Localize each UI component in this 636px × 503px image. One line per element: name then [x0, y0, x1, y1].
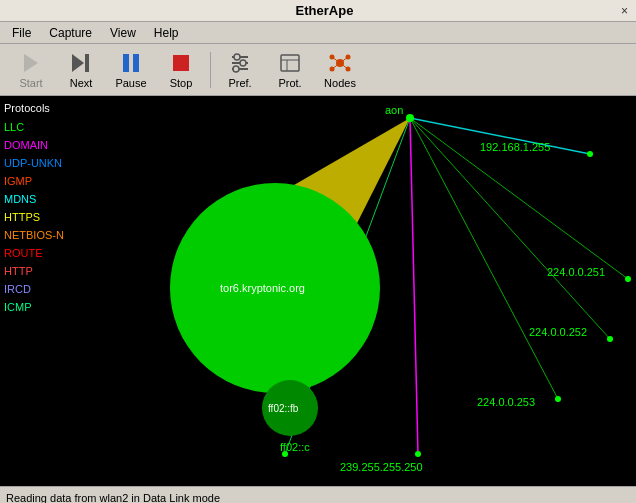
stop-icon: [169, 51, 193, 75]
pref-label: Pref.: [228, 77, 251, 89]
prot-label: Prot.: [278, 77, 301, 89]
pause-button[interactable]: Pause: [108, 48, 154, 92]
svg-line-28: [410, 118, 558, 399]
svg-marker-1: [72, 54, 84, 72]
protocol-ircd[interactable]: IRCD: [4, 280, 76, 298]
svg-text:224.0.0.251: 224.0.0.251: [547, 266, 605, 278]
svg-rect-4: [133, 54, 139, 72]
next-label: Next: [70, 77, 93, 89]
network-svg: tor6.kryptonic.org ff02::fb aon 192.168.…: [80, 96, 636, 486]
protocol-netbios[interactable]: NETBIOS-N: [4, 226, 76, 244]
svg-text:tor6.kryptonic.org: tor6.kryptonic.org: [220, 282, 305, 294]
protocol-llc[interactable]: LLC: [4, 118, 76, 136]
protocols-title: Protocols: [4, 102, 76, 114]
start-button[interactable]: Start: [8, 48, 54, 92]
next-button[interactable]: Next: [58, 48, 104, 92]
window-title: EtherApe: [28, 3, 621, 18]
prot-button[interactable]: Prot.: [267, 48, 313, 92]
nodes-icon: [328, 51, 352, 75]
svg-text:239.255.255.250: 239.255.255.250: [340, 461, 423, 473]
menu-help[interactable]: Help: [146, 24, 187, 42]
protocol-route[interactable]: ROUTE: [4, 244, 76, 262]
svg-point-43: [555, 396, 561, 402]
protocol-mdns[interactable]: MDNS: [4, 190, 76, 208]
pause-label: Pause: [115, 77, 146, 89]
svg-rect-2: [85, 54, 89, 72]
svg-line-29: [410, 118, 418, 454]
svg-rect-5: [173, 55, 189, 71]
svg-text:224.0.0.252: 224.0.0.252: [529, 326, 587, 338]
pref-button[interactable]: Pref.: [217, 48, 263, 92]
pause-icon: [119, 51, 143, 75]
protocol-domain[interactable]: DOMAIN: [4, 136, 76, 154]
status-text: Reading data from wlan2 in Data Link mod…: [6, 492, 220, 504]
svg-point-41: [607, 336, 613, 342]
svg-rect-12: [281, 55, 299, 71]
title-bar: EtherApe ×: [0, 0, 636, 22]
svg-point-45: [415, 451, 421, 457]
pref-icon: [228, 51, 252, 75]
svg-point-10: [240, 60, 246, 66]
close-button[interactable]: ×: [621, 4, 628, 18]
protocol-icmp[interactable]: ICMP: [4, 298, 76, 316]
svg-text:ff02::fb: ff02::fb: [268, 403, 299, 414]
toolbar: Start Next Pause Stop: [0, 44, 636, 96]
menu-bar: File Capture View Help: [0, 22, 636, 44]
nodes-button[interactable]: Nodes: [317, 48, 363, 92]
start-label: Start: [19, 77, 42, 89]
menu-capture[interactable]: Capture: [41, 24, 100, 42]
svg-text:192.168.1.255: 192.168.1.255: [480, 141, 550, 153]
main-area: Protocols LLC DOMAIN UDP-UNKN IGMP MDNS …: [0, 96, 636, 486]
svg-text:aon: aon: [385, 104, 403, 116]
svg-point-35: [406, 114, 414, 122]
svg-text:ff02::c: ff02::c: [280, 441, 310, 453]
network-canvas: tor6.kryptonic.org ff02::fb aon 192.168.…: [80, 96, 636, 486]
menu-file[interactable]: File: [4, 24, 39, 42]
play-icon: [19, 51, 43, 75]
svg-point-11: [233, 66, 239, 72]
protocol-https[interactable]: HTTPS: [4, 208, 76, 226]
svg-point-39: [625, 276, 631, 282]
svg-text:224.0.0.253: 224.0.0.253: [477, 396, 535, 408]
prot-icon: [278, 51, 302, 75]
status-bar: Reading data from wlan2 in Data Link mod…: [0, 486, 636, 503]
svg-point-37: [587, 151, 593, 157]
protocols-panel: Protocols LLC DOMAIN UDP-UNKN IGMP MDNS …: [0, 96, 80, 486]
next-icon: [69, 51, 93, 75]
svg-marker-0: [24, 54, 38, 72]
protocol-igmp[interactable]: IGMP: [4, 172, 76, 190]
svg-point-9: [234, 54, 240, 60]
menu-view[interactable]: View: [102, 24, 144, 42]
protocol-http[interactable]: HTTP: [4, 262, 76, 280]
nodes-label: Nodes: [324, 77, 356, 89]
svg-rect-3: [123, 54, 129, 72]
stop-label: Stop: [170, 77, 193, 89]
toolbar-separator: [210, 52, 211, 88]
stop-button[interactable]: Stop: [158, 48, 204, 92]
protocol-udp-unkn[interactable]: UDP-UNKN: [4, 154, 76, 172]
